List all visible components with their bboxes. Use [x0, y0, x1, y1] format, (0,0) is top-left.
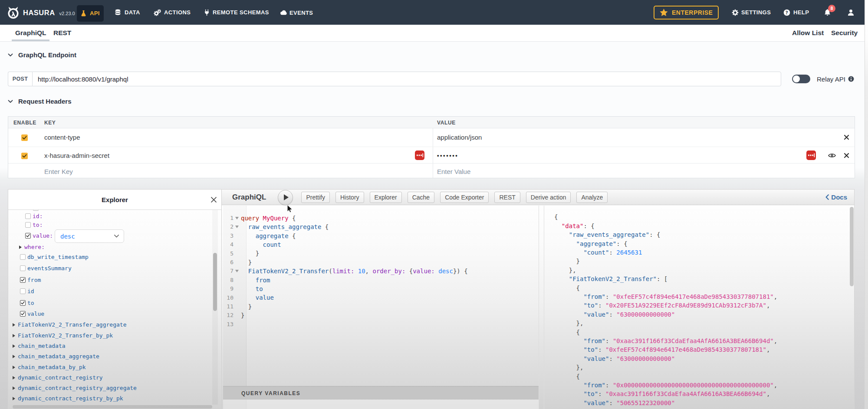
checkbox-checked-icon[interactable]	[20, 300, 26, 306]
checkbox-checked-icon[interactable]	[25, 233, 31, 239]
query-variables-bar[interactable]: QUERY VARIABLES	[223, 386, 539, 399]
endpoint-url-input[interactable]: http://localhost:8080/v1/graphql	[32, 72, 781, 86]
relay-api-toggle[interactable]	[792, 75, 810, 83]
explorer-row-value[interactable]: value:	[25, 232, 53, 239]
code-line: "count": 2645631	[554, 248, 642, 257]
column-header-value: VALUE	[437, 120, 456, 126]
docs-link[interactable]: Docs	[825, 193, 847, 201]
query-editor[interactable]: query MyQuery { raw_events_aggregate { a…	[223, 206, 539, 409]
checkbox-unchecked-icon[interactable]	[20, 254, 26, 260]
explorer-row-eventsSummary[interactable]: eventsSummary	[20, 265, 72, 272]
explorer-row-dynamic_contract_registry_by_pk[interactable]: dynamic_contract_registry_by_pk	[13, 395, 123, 402]
checkbox-unchecked-icon[interactable]	[25, 222, 31, 228]
explorer-horizontal-scrollbar[interactable]	[13, 405, 212, 409]
explorer-row-from[interactable]: from	[20, 277, 41, 283]
tab-allow-list[interactable]: Allow List	[792, 29, 824, 37]
info-icon[interactable]	[848, 76, 854, 82]
nav-item-data[interactable]: DATA	[115, 9, 140, 16]
root-field-label: dynamic_contract_registry	[18, 374, 103, 381]
tab-graphiql[interactable]: GraphiQL	[15, 29, 46, 37]
explorer-row-value[interactable]: value	[20, 311, 44, 317]
explorer-row-to[interactable]: to:	[25, 222, 43, 228]
explorer-row-where[interactable]: where:	[19, 244, 45, 250]
nav-item-remote-schemas[interactable]: REMOTE SCHEMAS	[204, 9, 269, 16]
plug-icon	[204, 9, 210, 16]
tab-security-label: Security	[831, 29, 858, 36]
docs-label: Docs	[831, 193, 847, 201]
explorer-row-dynamic_contract_registry_aggregate[interactable]: dynamic_contract_registry_aggregate	[13, 385, 137, 391]
lastpass-icon[interactable]	[806, 151, 816, 160]
toolbar-button-explorer[interactable]: Explorer	[370, 192, 402, 203]
reveal-secret-eye-icon[interactable]	[828, 153, 836, 158]
toolbar-button-analyze[interactable]: Analyze	[576, 192, 608, 203]
query-variables-editor[interactable]	[223, 399, 539, 409]
hasura-brand[interactable]: HASURA v2.23.0	[6, 5, 75, 20]
explorer-row-db_write_timestamp[interactable]: db_write_timestamp	[20, 254, 89, 260]
explorer-row-dynamic_contract_registry[interactable]: dynamic_contract_registry	[13, 374, 103, 381]
remove-header-icon[interactable]	[844, 153, 849, 158]
close-icon[interactable]	[210, 196, 217, 203]
code-line: "from": "0xfeEF57c4f894e6417e468aDe98543…	[554, 292, 777, 301]
chevron-down-icon[interactable]	[8, 53, 13, 57]
notifications-bell[interactable]: 8	[824, 9, 831, 16]
new-header-value-input[interactable]: Enter Value	[437, 168, 470, 175]
code-line: "value": "63000000000000"	[554, 354, 675, 363]
explorer-row-chain_metadata_aggregate[interactable]: chain_metadata_aggregate	[13, 353, 99, 360]
header-value-input[interactable]: application/json	[437, 134, 482, 141]
field-label: id	[27, 288, 34, 294]
fold-arrow-icon[interactable]	[235, 270, 239, 272]
page-scrollbar[interactable]	[865, 0, 868, 409]
argument-label: where:	[24, 244, 45, 250]
checkbox-checked-icon[interactable]	[20, 277, 26, 283]
remove-header-icon[interactable]	[844, 134, 849, 140]
nav-item-label: REMOTE SCHEMAS	[213, 9, 269, 16]
header-enable-checkbox[interactable]	[21, 134, 28, 141]
argument-label: to:	[33, 222, 43, 228]
execute-query-button[interactable]	[278, 190, 293, 205]
nav-item-actions[interactable]: ACTIONS	[154, 9, 191, 16]
nav-item-events[interactable]: EVENTS	[280, 9, 313, 16]
lastpass-icon[interactable]	[415, 151, 424, 160]
order-direction-select[interactable]: desc	[55, 229, 124, 243]
checkbox-unchecked-icon[interactable]	[25, 213, 31, 219]
checkbox-unchecked-icon[interactable]	[20, 288, 26, 294]
new-header-key-input[interactable]: Enter Key	[44, 168, 73, 175]
response-scrollbar-thumb[interactable]	[850, 207, 854, 286]
explorer-row-chain_metadata[interactable]: chain_metadata	[13, 343, 66, 349]
explorer-row-id[interactable]: id:	[25, 213, 43, 219]
explorer-row-FiatTokenV2_2_Transfer_by_pk[interactable]: FiatTokenV2_2_Transfer_by_pk	[13, 332, 113, 339]
column-header-key: KEY	[44, 120, 56, 126]
database-icon	[115, 9, 121, 16]
chevron-down-icon[interactable]	[8, 100, 13, 103]
nav-item-settings[interactable]: SETTINGS	[732, 9, 771, 16]
tab-rest[interactable]: REST	[53, 29, 71, 37]
fold-arrow-icon[interactable]	[235, 217, 239, 219]
checkbox-checked-icon[interactable]	[20, 311, 26, 317]
header-enable-checkbox[interactable]	[21, 153, 28, 159]
nav-item-api[interactable]: API	[77, 5, 104, 22]
explorer-row-to[interactable]: to	[20, 300, 34, 306]
tab-security[interactable]: Security	[831, 29, 858, 37]
fold-arrow-icon[interactable]	[235, 226, 239, 228]
toolbar-button-code-exporter[interactable]: Code Exporter	[440, 192, 489, 203]
enterprise-button[interactable]: ENTERPRISE	[654, 6, 719, 20]
explorer-row-id[interactable]: id	[20, 288, 34, 294]
http-method-label: POST	[8, 72, 32, 86]
toolbar-button-history[interactable]: History	[335, 192, 364, 203]
toolbar-button-cache[interactable]: Cache	[408, 192, 434, 203]
nav-item-help[interactable]: ? HELP	[783, 9, 809, 16]
header-key-input[interactable]: content-type	[44, 134, 80, 141]
header-value-masked[interactable]: •••••••	[437, 152, 458, 159]
toolbar-button-prettify[interactable]: Prettify	[301, 192, 330, 203]
header-key-input[interactable]: x-hasura-admin-secret	[44, 152, 109, 159]
user-menu[interactable]	[847, 9, 855, 16]
explorer-scrollbar-thumb[interactable]	[213, 253, 217, 311]
pane-resizer[interactable]	[539, 206, 539, 409]
toolbar-button-derive-action[interactable]: Derive action	[526, 192, 571, 203]
toolbar-button-rest[interactable]: REST	[494, 192, 520, 203]
table-header-row: ENABLE KEY VALUE	[8, 117, 855, 128]
explorer-row-chain_metadata_by_pk[interactable]: chain_metadata_by_pk	[13, 364, 86, 370]
user-icon	[847, 9, 855, 16]
explorer-row-FiatTokenV2_2_Transfer_aggregate[interactable]: FiatTokenV2_2_Transfer_aggregate	[13, 321, 126, 328]
checkbox-unchecked-icon[interactable]	[20, 265, 26, 271]
